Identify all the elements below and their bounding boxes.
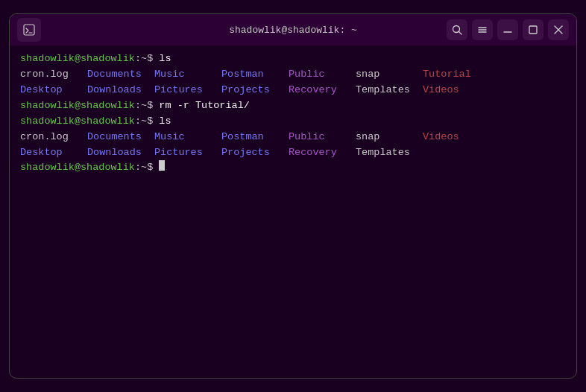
ls-item: snap	[356, 67, 423, 83]
prompt-user-3: shadowlik@shadowlik	[20, 114, 135, 130]
prompt-user-1: shadowlik@shadowlik	[20, 51, 135, 67]
ls-item: Downloads	[87, 83, 154, 98]
close-button[interactable]	[548, 19, 569, 40]
ls-item: Documents	[87, 67, 154, 83]
ls-item: Downloads	[87, 145, 154, 161]
ls-item: Pictures	[154, 145, 221, 161]
ls-item: Pictures	[154, 83, 221, 98]
ls-item: Projects	[221, 145, 289, 161]
ls-item: Music	[154, 130, 221, 145]
command-line-2: shadowlik@shadowlik:~$ rm -r Tutorial/	[20, 98, 566, 114]
titlebar-title: shadowlik@shadowlik: ~	[229, 25, 357, 36]
ls-item: Templates	[356, 145, 410, 161]
prompt-sep-1: :~$	[135, 51, 159, 67]
ls-item: Templates	[356, 83, 423, 98]
cmd-1: ls	[159, 51, 171, 67]
ls-item: Music	[154, 67, 221, 83]
ls-item: Desktop	[20, 83, 87, 98]
minimize-button[interactable]	[497, 19, 518, 40]
svg-line-3	[459, 32, 462, 35]
command-line-1: shadowlik@shadowlik:~$ ls	[20, 51, 566, 67]
ls-item: Public	[289, 130, 356, 145]
ls-output-1b: Desktop DownloadsPictures Projects Recov…	[20, 83, 566, 98]
svg-rect-8	[529, 26, 537, 34]
svg-rect-0	[24, 25, 34, 35]
prompt-sep-3: :~$	[135, 114, 159, 130]
cmd-2: rm -r Tutorial/	[159, 98, 250, 114]
ls-item: Recovery	[289, 145, 356, 161]
ls-item: cron.log	[20, 130, 87, 145]
menu-button[interactable]	[472, 19, 493, 40]
ls-output-2b: Desktop DownloadsPictures Projects Recov…	[20, 145, 566, 161]
cursor	[159, 160, 165, 171]
ls-item: Public	[289, 67, 356, 83]
ls-item: cron.log	[20, 67, 87, 83]
ls-item: Postman	[221, 130, 289, 145]
cmd-3: ls	[159, 114, 171, 130]
ls-output-1a: cron.logDocumentsMusic Postman Public sn…	[20, 67, 566, 83]
titlebar-left	[17, 18, 41, 42]
command-line-4: shadowlik@shadowlik:~$	[20, 160, 566, 176]
prompt-user-2: shadowlik@shadowlik	[20, 98, 135, 114]
titlebar-controls	[447, 19, 569, 40]
terminal-window: shadowlik@shadowlik: ~	[9, 13, 577, 379]
command-line-3: shadowlik@shadowlik:~$ ls	[20, 114, 566, 130]
ls-item: Videos	[423, 130, 459, 145]
ls-item: Recovery	[289, 83, 356, 98]
terminal-body[interactable]: shadowlik@shadowlik:~$ ls cron.logDocume…	[10, 45, 576, 378]
titlebar: shadowlik@shadowlik: ~	[10, 14, 576, 45]
ls-item: Postman	[221, 67, 289, 83]
search-button[interactable]	[447, 19, 467, 40]
ls-item: Desktop	[20, 145, 87, 161]
ls-item: Documents	[87, 130, 154, 145]
ls-item: Videos	[423, 83, 459, 98]
ls-output-2a: cron.logDocumentsMusic Postman Public sn…	[20, 130, 566, 145]
ls-item: snap	[356, 130, 423, 145]
terminal-icon	[17, 18, 41, 42]
ls-item: Projects	[221, 83, 289, 98]
prompt-sep-4: :~$	[135, 160, 159, 176]
prompt-sep-2: :~$	[135, 98, 159, 114]
prompt-user-4: shadowlik@shadowlik	[20, 160, 135, 176]
maximize-button[interactable]	[523, 19, 544, 40]
ls-item: Tutorial	[423, 67, 471, 83]
